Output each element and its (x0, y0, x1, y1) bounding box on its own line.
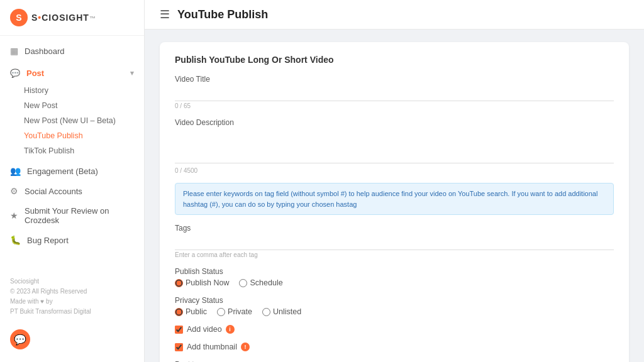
post-icon: 💬 (10, 69, 20, 78)
publish-status-group: Publish Status Publish Now Schedule (175, 267, 614, 287)
dashboard-icon: ▦ (10, 46, 18, 56)
video-description-input[interactable] (175, 129, 614, 163)
video-description-group: Video Description 0 / 4500 (175, 118, 614, 174)
star-icon: ★ (10, 211, 18, 221)
add-thumbnail-info-icon[interactable]: ! (241, 343, 250, 351)
sidebar-section-post: 💬 Post ▾ History New Post New Post (New … (0, 63, 144, 158)
unlisted-option[interactable]: Unlisted (262, 307, 301, 316)
sidebar-item-new-post-beta[interactable]: New Post (New UI – Beta) (0, 113, 144, 128)
tags-hint: Enter a comma after each tag (175, 251, 614, 258)
chat-bubble-icon[interactable]: 💬 (10, 329, 30, 349)
brand-name: Sociosight (10, 277, 134, 287)
logo-text: S•CIOSIGHT™ (31, 13, 96, 23)
privacy-status-group: Privacy Status Public Private Unlisted (175, 296, 614, 316)
add-thumbnail-group: Add thumbnail ! (175, 343, 614, 351)
unlisted-radio[interactable] (262, 308, 270, 316)
topbar: ☰ YouTube Publish (145, 0, 644, 30)
publish-now-radio[interactable] (175, 279, 183, 287)
video-title-label: Video Title (175, 75, 614, 84)
add-video-checkbox-label[interactable]: Add video i (175, 325, 614, 334)
sidebar-item-review[interactable]: ★ Submit Your Review on Crozdesk (0, 201, 144, 230)
sidebar-item-post-label: Post (26, 69, 44, 78)
publish-status-label: Publish Status (175, 267, 614, 276)
sidebar-item-engagement[interactable]: 👥 Engagement (Beta) (0, 161, 144, 181)
privacy-status-radio-group: Public Private Unlisted (175, 307, 614, 316)
content-area: Publish YouTube Long Or Short Video Vide… (145, 30, 644, 362)
company-name: PT Bukit Transformasi Digital (10, 307, 134, 317)
form-card: Publish YouTube Long Or Short Video Vide… (160, 42, 629, 362)
sidebar-item-bug-report-label: Bug Report (27, 236, 69, 245)
add-thumbnail-checkbox[interactable] (175, 343, 183, 351)
sidebar-item-youtube-publish[interactable]: YouTube Publish (0, 128, 144, 143)
engagement-icon: 👥 (10, 166, 21, 176)
video-title-input[interactable] (175, 86, 614, 101)
hamburger-icon[interactable]: ☰ (160, 8, 170, 21)
made-with: Made with ♥ by (10, 297, 134, 307)
settings-icon: ⚙ (10, 186, 18, 196)
publish-now-option[interactable]: Publish Now (175, 278, 229, 287)
copyright: © 2023 All Rights Reserved (10, 287, 134, 297)
sidebar-item-dashboard-label: Dashboard (25, 47, 65, 56)
sidebar-item-engagement-label: Engagement (Beta) (27, 167, 98, 176)
sidebar-item-review-label: Submit Your Review on Crozdesk (25, 206, 134, 225)
video-description-label: Video Description (175, 118, 614, 127)
sidebar-footer: Sociosight © 2023 All Rights Reserved Ma… (0, 270, 144, 323)
bug-icon: 🐛 (10, 235, 21, 245)
private-option[interactable]: Private (217, 307, 252, 316)
sidebar: S S•CIOSIGHT™ ▦ Dashboard 💬 Post ▾ Histo… (0, 0, 145, 362)
add-thumbnail-checkbox-label[interactable]: Add thumbnail ! (175, 343, 614, 351)
video-title-group: Video Title 0 / 65 (175, 75, 614, 109)
chevron-down-icon: ▾ (130, 69, 134, 77)
sidebar-item-post[interactable]: 💬 Post ▾ (0, 63, 144, 83)
sidebar-item-tiktok-publish[interactable]: TikTok Publish (0, 143, 144, 158)
sidebar-item-dashboard[interactable]: ▦ Dashboard (0, 41, 144, 61)
add-video-group: Add video i (175, 325, 614, 334)
publish-status-radio-group: Publish Now Schedule (175, 278, 614, 287)
video-description-char-count: 0 / 4500 (175, 167, 614, 174)
tags-label: Tags (175, 224, 614, 233)
sidebar-item-social-accounts-label: Social Accounts (25, 187, 82, 196)
video-title-char-count: 0 / 65 (175, 102, 614, 109)
info-box: Please enter keywords on tag field (with… (175, 183, 614, 215)
private-radio[interactable] (217, 308, 225, 316)
public-option[interactable]: Public (175, 307, 207, 316)
privacy-status-label: Privacy Status (175, 296, 614, 305)
schedule-option[interactable]: Schedule (239, 278, 282, 287)
schedule-radio[interactable] (239, 279, 247, 287)
sidebar-nav: ▦ Dashboard 💬 Post ▾ History New Post Ne… (0, 36, 144, 270)
chat-support[interactable]: 💬 (0, 323, 144, 356)
sidebar-item-new-post[interactable]: New Post (0, 98, 144, 113)
tags-input[interactable] (175, 235, 614, 250)
add-video-info-icon[interactable]: i (226, 325, 235, 334)
page-title: YouTube Publish (177, 8, 268, 21)
sidebar-item-history[interactable]: History (0, 83, 144, 98)
sidebar-item-social-accounts[interactable]: ⚙ Social Accounts (0, 181, 144, 201)
public-radio[interactable] (175, 308, 183, 316)
logo: S S•CIOSIGHT™ (0, 0, 144, 36)
form-card-title: Publish YouTube Long Or Short Video (175, 55, 614, 65)
sidebar-item-bug-report[interactable]: 🐛 Bug Report (0, 230, 144, 250)
main: ☰ YouTube Publish Publish YouTube Long O… (145, 0, 644, 362)
logo-icon: S (10, 9, 28, 26)
add-video-checkbox[interactable] (175, 326, 183, 334)
tags-group: Tags Enter a comma after each tag (175, 224, 614, 258)
